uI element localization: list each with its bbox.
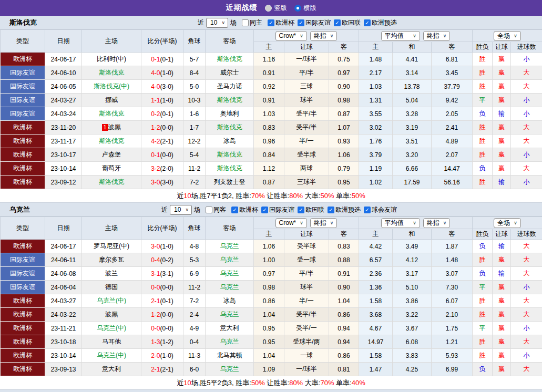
away-team-cell[interactable]: 斯洛伐克 xyxy=(206,53,254,66)
result-outcome-cell: 胜 xyxy=(473,121,493,135)
match-date-cell: 23-10-14 xyxy=(45,349,82,363)
home-team-cell[interactable]: 斯洛伐克(中) xyxy=(82,80,141,94)
away-team-cell[interactable]: 威尔士 xyxy=(206,66,254,80)
away-team-cell[interactable]: 列支敦士登 xyxy=(206,176,254,189)
away-team-cell[interactable]: 冰岛 xyxy=(206,135,254,148)
away-team-cell[interactable]: 奥地利 xyxy=(206,107,254,121)
match-count-select[interactable]: 10 ∨ xyxy=(170,205,192,215)
col-odds-away: 客 xyxy=(329,42,359,53)
odds-home-cell: 1.16 xyxy=(254,53,284,66)
away-team-cell[interactable]: 乌克兰 xyxy=(206,253,254,267)
away-team-cell[interactable]: 斯洛伐克 xyxy=(206,162,254,176)
match-row: 欧洲杯23-10-18马耳他1-3(1-2)0-4乌克兰0.95受球半/两0.9… xyxy=(1,335,542,349)
home-team-cell[interactable]: 葡萄牙 xyxy=(82,162,141,176)
away-team-cell[interactable]: 乌克兰 xyxy=(206,335,254,349)
corner-cell: 4-8 xyxy=(183,240,206,253)
avg-source-select[interactable]: 平均值∨ xyxy=(381,218,420,228)
league-checkbox[interactable]: ✓欧国联 xyxy=(298,205,324,214)
away-team-cell[interactable]: 意大利 xyxy=(206,322,254,335)
avg-period-select[interactable]: 终指∨ xyxy=(423,31,451,41)
scope-select[interactable]: 全场∨ xyxy=(494,31,521,41)
halftime-score: (0-1) xyxy=(160,297,173,305)
away-team-cell[interactable]: 乌克兰 xyxy=(206,281,254,294)
halftime-score: (0-0) xyxy=(160,151,173,159)
same-venue-checkbox[interactable]: 同客 xyxy=(206,205,226,214)
home-team-cell[interactable]: 挪威 xyxy=(82,94,141,107)
league-checkbox[interactable]: ✓欧洲预选 xyxy=(364,18,397,27)
home-team-cell[interactable]: 德国 xyxy=(82,281,141,294)
home-team-cell[interactable]: 波黑 xyxy=(82,308,141,322)
col-result-goals: 进球数 xyxy=(511,229,542,240)
away-team-cell[interactable]: 乌克兰 xyxy=(206,240,254,253)
home-team-cell[interactable]: 斯洛伐克 xyxy=(82,135,141,148)
scope-select[interactable]: 全场∨ xyxy=(494,218,521,228)
away-team-cell[interactable]: 斯洛伐克 xyxy=(206,148,254,162)
match-date-cell: 24-06-17 xyxy=(45,53,82,66)
home-team-cell[interactable]: 波兰 xyxy=(82,267,141,281)
summary-text: 让胜率: xyxy=(265,192,289,200)
home-team-cell[interactable]: 斯洛伐克 xyxy=(82,107,141,121)
match-row: 国际友谊24-06-10斯洛伐克4-0(1-0)8-4威尔士0.91平/半0.9… xyxy=(1,66,542,80)
odds-handicap-cell: 球半 xyxy=(284,94,329,107)
league-label: 欧国联 xyxy=(305,205,324,214)
league-checkbox[interactable]: ✓国际友谊 xyxy=(298,18,331,27)
away-team-cell[interactable]: 圣马力诺 xyxy=(206,80,254,94)
away-team-cell[interactable]: 斯洛伐克 xyxy=(206,121,254,135)
away-team-cell[interactable]: 乌克兰 xyxy=(206,363,254,376)
avg-home-cell: 1.48 xyxy=(359,53,393,66)
match-count-select[interactable]: 10 ∨ xyxy=(206,18,228,28)
avg-period-select[interactable]: 终指∨ xyxy=(423,218,451,228)
league-checkbox[interactable]: ✓球会友谊 xyxy=(364,205,397,214)
home-team-cell[interactable]: 1波黑 xyxy=(82,121,141,135)
halftime-score: (1-0) xyxy=(160,243,173,250)
home-team-cell[interactable]: 摩尔多瓦 xyxy=(82,253,141,267)
league-checkbox[interactable]: ✓欧洲杯 xyxy=(231,205,258,214)
result-goals-cell: 大 xyxy=(511,240,542,253)
league-checkbox[interactable]: ✓国际友谊 xyxy=(261,205,294,214)
avg-draw-cell: 3.28 xyxy=(393,107,432,121)
avg-draw-cell: 5.04 xyxy=(393,94,432,107)
layout-vertical-radio[interactable]: 竖版 xyxy=(265,4,287,13)
record-summary: 近10场,胜5平2负3, 胜率:50% 让胜率:80% 大率:70% 单率:40… xyxy=(0,376,542,390)
home-team-cell[interactable]: 斯洛伐克 xyxy=(82,66,141,80)
home-team-cell[interactable]: 罗马尼亚(中) xyxy=(82,240,141,253)
away-team-cell[interactable]: 乌克兰 xyxy=(206,267,254,281)
away-team-cell[interactable]: 斯洛伐克 xyxy=(206,94,254,107)
score-cell: 3-2(2-0) xyxy=(141,162,183,176)
avg-source-select[interactable]: 平均值∨ xyxy=(381,31,420,41)
layout-horizontal-radio[interactable]: 横版 xyxy=(294,4,316,13)
result-outcome-cell: 平 xyxy=(473,322,493,335)
result-handicap-cell: 赢 xyxy=(493,335,511,349)
avg-home-cell: 1.31 xyxy=(359,94,393,107)
odds-source-select[interactable]: Crow*∨ xyxy=(275,31,307,41)
odds-home-cell: 0.91 xyxy=(254,66,284,80)
home-team-cell[interactable]: 卢森堡 xyxy=(82,148,141,162)
summary-stat-value: 70% xyxy=(320,379,334,387)
fulltime-score: 0-4 xyxy=(151,256,160,264)
odds-home-cell: 0.95 xyxy=(254,322,284,335)
home-team-cell[interactable]: 斯洛伐克 xyxy=(82,176,141,189)
home-team-cell[interactable]: 比利时(中) xyxy=(82,53,141,66)
home-team-cell[interactable]: 乌克兰(中) xyxy=(82,294,141,308)
home-team-cell[interactable]: 乌克兰(中) xyxy=(82,322,141,335)
league-checkbox[interactable]: ✓欧洲杯 xyxy=(268,18,294,27)
home-team-cell[interactable]: 乌克兰(中) xyxy=(82,349,141,363)
away-team-cell[interactable]: 北马其顿 xyxy=(206,349,254,363)
chevron-down-icon: ∨ xyxy=(443,221,447,225)
away-team-cell[interactable]: 冰岛 xyxy=(206,294,254,308)
league-checkbox[interactable]: ✓欧洲预选 xyxy=(328,205,361,214)
result-outcome-cell: 胜 xyxy=(473,253,493,267)
result-goals-cell: 小 xyxy=(511,94,542,107)
same-venue-checkbox[interactable]: 同主 xyxy=(242,18,262,27)
odds-period-select[interactable]: 终指∨ xyxy=(310,31,338,41)
home-team-cell[interactable]: 意大利 xyxy=(82,363,141,376)
odds-period-select[interactable]: 终指∨ xyxy=(310,218,338,228)
odds-handicap-cell: 一球 xyxy=(284,349,329,363)
league-checkbox[interactable]: ✓欧国联 xyxy=(334,18,361,27)
corner-cell: 12-2 xyxy=(183,135,206,148)
odds-source-select[interactable]: Crow*∨ xyxy=(275,218,307,228)
away-team-cell[interactable]: 乌克兰 xyxy=(206,308,254,322)
avg-draw-cell: 13.78 xyxy=(393,80,432,94)
match-row: 国际友谊24-06-04德国0-0(0-0)11-2乌克兰0.98球半0.901… xyxy=(1,281,542,294)
home-team-cell[interactable]: 马耳他 xyxy=(82,335,141,349)
